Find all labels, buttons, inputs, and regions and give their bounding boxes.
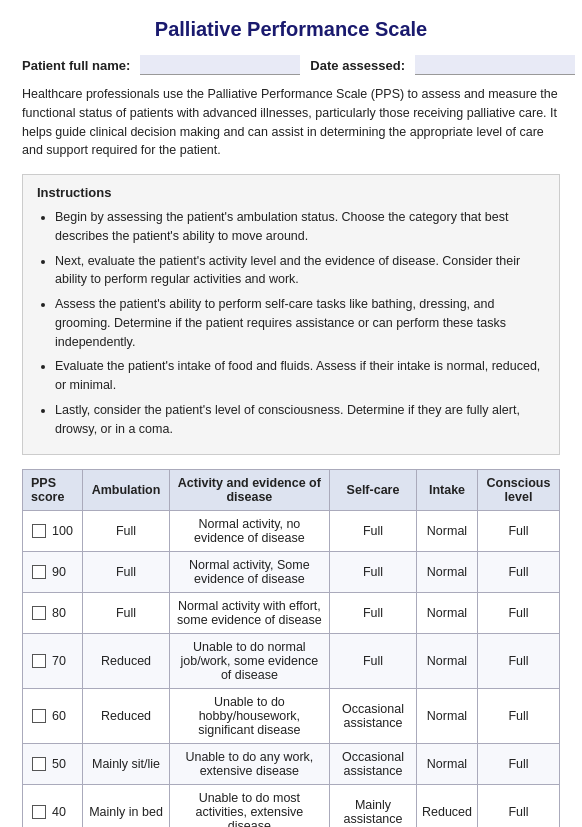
intake-cell: Reduced bbox=[416, 785, 477, 827]
page-title: Palliative Performance Scale bbox=[22, 18, 560, 41]
table-header: Self-care bbox=[330, 470, 417, 511]
intake-cell: Normal bbox=[416, 689, 477, 744]
instruction-item: Lastly, consider the patient's level of … bbox=[55, 401, 545, 439]
table-row: 70ReducedUnable to do normal job/work, s… bbox=[23, 634, 560, 689]
table-row: 80FullNormal activity with effort, some … bbox=[23, 593, 560, 634]
conscious-cell: Full bbox=[478, 689, 560, 744]
table-header: Activity and evidence of disease bbox=[169, 470, 329, 511]
score-checkbox[interactable] bbox=[32, 709, 46, 723]
score-number: 40 bbox=[52, 805, 66, 819]
patient-name-input[interactable] bbox=[140, 55, 300, 75]
instruction-item: Begin by assessing the patient's ambulat… bbox=[55, 208, 545, 246]
description-text: Healthcare professionals use the Palliat… bbox=[22, 85, 560, 160]
score-checkbox[interactable] bbox=[32, 524, 46, 538]
conscious-cell: Full bbox=[478, 785, 560, 827]
selfcare-cell: Full bbox=[330, 593, 417, 634]
ambulation-cell: Reduced bbox=[83, 634, 169, 689]
activity-cell: Normal activity, Some evidence of diseas… bbox=[169, 552, 329, 593]
table-row: 90FullNormal activity, Some evidence of … bbox=[23, 552, 560, 593]
selfcare-cell: Mainly assistance bbox=[330, 785, 417, 827]
score-cell: 40 bbox=[23, 785, 83, 827]
selfcare-cell: Occasional assistance bbox=[330, 744, 417, 785]
conscious-cell: Full bbox=[478, 552, 560, 593]
table-row: 60ReducedUnable to do hobby/housework, s… bbox=[23, 689, 560, 744]
score-number: 100 bbox=[52, 524, 73, 538]
intake-cell: Normal bbox=[416, 634, 477, 689]
score-cell: 90 bbox=[23, 552, 83, 593]
table-row: 100FullNormal activity, no evidence of d… bbox=[23, 511, 560, 552]
score-checkbox[interactable] bbox=[32, 757, 46, 771]
conscious-cell: Full bbox=[478, 634, 560, 689]
ambulation-cell: Mainly sit/lie bbox=[83, 744, 169, 785]
table-header: Ambulation bbox=[83, 470, 169, 511]
table-row: 50Mainly sit/lieUnable to do any work, e… bbox=[23, 744, 560, 785]
ambulation-cell: Reduced bbox=[83, 689, 169, 744]
score-number: 80 bbox=[52, 606, 66, 620]
score-number: 70 bbox=[52, 654, 66, 668]
intake-cell: Normal bbox=[416, 511, 477, 552]
patient-label: Patient full name: bbox=[22, 58, 130, 73]
table-header: Intake bbox=[416, 470, 477, 511]
score-cell: 50 bbox=[23, 744, 83, 785]
score-cell: 80 bbox=[23, 593, 83, 634]
score-cell: 60 bbox=[23, 689, 83, 744]
conscious-cell: Full bbox=[478, 593, 560, 634]
score-number: 90 bbox=[52, 565, 66, 579]
instruction-item: Evaluate the patient's intake of food an… bbox=[55, 357, 545, 395]
score-checkbox[interactable] bbox=[32, 606, 46, 620]
score-cell: 100 bbox=[23, 511, 83, 552]
intake-cell: Normal bbox=[416, 593, 477, 634]
instruction-item: Next, evaluate the patient's activity le… bbox=[55, 252, 545, 290]
date-assessed-input[interactable] bbox=[415, 55, 575, 75]
selfcare-cell: Occasional assistance bbox=[330, 689, 417, 744]
selfcare-cell: Full bbox=[330, 552, 417, 593]
intake-cell: Normal bbox=[416, 744, 477, 785]
selfcare-cell: Full bbox=[330, 511, 417, 552]
score-checkbox[interactable] bbox=[32, 565, 46, 579]
selfcare-cell: Full bbox=[330, 634, 417, 689]
activity-cell: Unable to do any work, extensive disease bbox=[169, 744, 329, 785]
date-label: Date assessed: bbox=[310, 58, 405, 73]
instruction-item: Assess the patient's ability to perform … bbox=[55, 295, 545, 351]
activity-cell: Normal activity with effort, some eviden… bbox=[169, 593, 329, 634]
conscious-cell: Full bbox=[478, 744, 560, 785]
score-number: 60 bbox=[52, 709, 66, 723]
ambulation-cell: Full bbox=[83, 593, 169, 634]
instructions-title: Instructions bbox=[37, 185, 545, 200]
activity-cell: Unable to do most activities, extensive … bbox=[169, 785, 329, 827]
instructions-box: Instructions Begin by assessing the pati… bbox=[22, 174, 560, 455]
instructions-list: Begin by assessing the patient's ambulat… bbox=[37, 208, 545, 438]
score-checkbox[interactable] bbox=[32, 805, 46, 819]
table-header: PPS score bbox=[23, 470, 83, 511]
score-number: 50 bbox=[52, 757, 66, 771]
activity-cell: Unable to do normal job/work, some evide… bbox=[169, 634, 329, 689]
table-row: 40Mainly in bedUnable to do most activit… bbox=[23, 785, 560, 827]
score-checkbox[interactable] bbox=[32, 654, 46, 668]
score-cell: 70 bbox=[23, 634, 83, 689]
ambulation-cell: Full bbox=[83, 552, 169, 593]
intake-cell: Normal bbox=[416, 552, 477, 593]
ambulation-cell: Full bbox=[83, 511, 169, 552]
ambulation-cell: Mainly in bed bbox=[83, 785, 169, 827]
activity-cell: Normal activity, no evidence of disease bbox=[169, 511, 329, 552]
table-header: Conscious level bbox=[478, 470, 560, 511]
pps-table: PPS scoreAmbulationActivity and evidence… bbox=[22, 469, 560, 827]
patient-info-row: Patient full name: Date assessed: bbox=[22, 55, 560, 75]
conscious-cell: Full bbox=[478, 511, 560, 552]
activity-cell: Unable to do hobby/housework, significan… bbox=[169, 689, 329, 744]
